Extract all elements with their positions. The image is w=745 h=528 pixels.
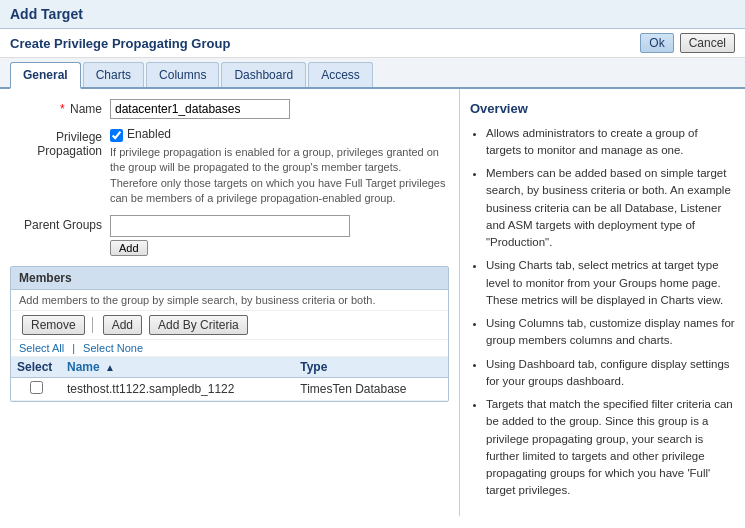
tab-access[interactable]: Access — [308, 62, 373, 87]
overview-item: Allows administrators to create a group … — [486, 125, 735, 160]
col-name[interactable]: Name ▲ — [61, 357, 294, 378]
overview-item: Using Charts tab, select metrics at targ… — [486, 257, 735, 309]
tab-bar: General Charts Columns Dashboard Access — [0, 58, 745, 89]
add-by-criteria-button[interactable]: Add By Criteria — [149, 315, 248, 335]
privilege-description: If privilege propagation is enabled for … — [110, 145, 449, 207]
parent-groups-input[interactable] — [110, 215, 350, 237]
members-title: Members — [11, 267, 448, 290]
required-star: * — [60, 102, 65, 116]
name-input[interactable] — [110, 99, 290, 119]
row-checkbox-cell — [11, 377, 61, 400]
select-bar: Select All | Select None — [11, 340, 448, 357]
overview-item: Targets that match the specified filter … — [486, 396, 735, 500]
overview-item: Using Columns tab, customize display nam… — [486, 315, 735, 350]
remove-button[interactable]: Remove — [22, 315, 85, 335]
privilege-checkbox[interactable] — [110, 129, 123, 142]
members-section: Members Add members to the group by simp… — [10, 266, 449, 402]
privilege-label: Privilege Propagation — [10, 127, 110, 158]
col-type: Type — [294, 357, 448, 378]
select-all-link[interactable]: Select All — [19, 342, 64, 354]
parent-groups-label: Parent Groups — [10, 215, 110, 232]
row-name: testhost.tt1122.sampledb_1122 — [61, 377, 294, 400]
page-header: Add Target — [0, 0, 745, 29]
overview-title: Overview — [470, 99, 735, 119]
select-bar-divider: | — [72, 342, 75, 354]
add-member-button[interactable]: Add — [103, 315, 142, 335]
members-description: Add members to the group by simple searc… — [11, 290, 448, 311]
tab-columns[interactable]: Columns — [146, 62, 219, 87]
select-none-link[interactable]: Select None — [83, 342, 143, 354]
members-toolbar: Remove Add Add By Criteria — [11, 311, 448, 340]
row-checkbox[interactable] — [30, 381, 43, 394]
cancel-button[interactable]: Cancel — [680, 33, 735, 53]
ok-button[interactable]: Ok — [640, 33, 673, 53]
members-table: Select Name ▲ Type — [11, 357, 448, 401]
overview-list: Allows administrators to create a group … — [470, 125, 735, 500]
table-row: testhost.tt1122.sampledb_1122 TimesTen D… — [11, 377, 448, 400]
overview-panel: Overview Allows administrators to create… — [460, 89, 745, 516]
row-type: TimesTen Database — [294, 377, 448, 400]
sort-arrow-icon: ▲ — [105, 362, 115, 373]
col-select: Select — [11, 357, 61, 378]
parent-groups-add-button[interactable]: Add — [110, 240, 148, 256]
name-label: * Name — [10, 99, 110, 116]
page-title: Add Target — [10, 6, 83, 22]
overview-item: Members can be added based on simple tar… — [486, 165, 735, 251]
overview-item: Using Dashboard tab, configure display s… — [486, 356, 735, 391]
tab-dashboard[interactable]: Dashboard — [221, 62, 306, 87]
toolbar-divider — [92, 317, 93, 333]
tab-general[interactable]: General — [10, 62, 81, 89]
privilege-enabled-label: Enabled — [127, 127, 171, 141]
tab-charts[interactable]: Charts — [83, 62, 144, 87]
section-title: Create Privilege Propagating Group — [10, 36, 230, 51]
col-name-label[interactable]: Name — [67, 360, 100, 374]
